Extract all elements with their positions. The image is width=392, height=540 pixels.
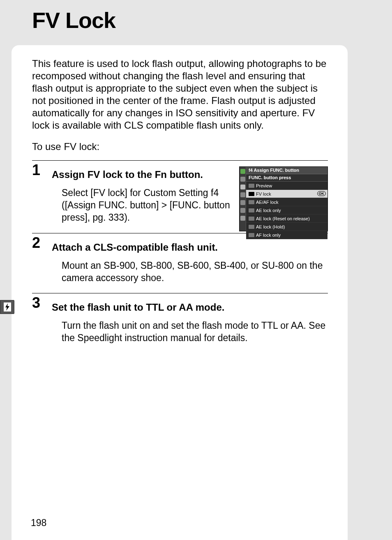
step-body: Select [FV lock] for Custom Setting f4 (… bbox=[62, 187, 230, 224]
flash-icon bbox=[4, 302, 11, 312]
page-title: FV Lock bbox=[32, 7, 115, 33]
retouch-tab-icon bbox=[240, 200, 245, 205]
menu-title-secondary: FUNC. button press bbox=[246, 174, 327, 182]
menu-row-ae-lock-hold: AE lock (Hold) bbox=[246, 223, 327, 231]
help-tab-icon bbox=[240, 216, 245, 221]
step-body: Turn the flash unit on and set the flash… bbox=[62, 320, 327, 344]
title-band: FV Lock bbox=[12, 0, 348, 49]
setup-tab-icon bbox=[240, 192, 245, 197]
ae-lock-only-icon bbox=[249, 208, 254, 212]
lead-line: To use FV lock: bbox=[32, 141, 99, 152]
menu-row-label: AE/AF lock bbox=[256, 200, 278, 205]
mymenu-tab-icon bbox=[240, 208, 245, 213]
ok-badge: OK bbox=[317, 191, 326, 196]
menu-row-label: AE lock (Reset on release) bbox=[256, 216, 310, 221]
menu-row-label: AE lock (Hold) bbox=[256, 224, 285, 229]
menu-row-ae-lock-only: AE lock only bbox=[246, 206, 327, 215]
menu-row-label: Preview bbox=[256, 183, 272, 188]
camera-menu-screenshot: f4 Assign FUNC. button FUNC. button pres… bbox=[239, 166, 328, 231]
menu-row-label: FV lock bbox=[256, 192, 271, 196]
menu-row-ae-lock-reset: AE lock (Reset on release) bbox=[246, 215, 327, 223]
step-number: 1 bbox=[32, 162, 48, 179]
playback-tab-icon bbox=[240, 169, 245, 174]
fn-label: Fn bbox=[155, 169, 167, 180]
page-body: This feature is used to lock flash outpu… bbox=[12, 45, 348, 540]
step-number: 2 bbox=[32, 234, 48, 252]
shooting-tab-icon bbox=[240, 177, 245, 182]
step-3: 3 Set the flash unit to TTL or AA mode. … bbox=[32, 293, 328, 353]
page-number: 198 bbox=[31, 517, 46, 528]
step-body: Mount an SB-900, SB-800, SB-600, SB-400,… bbox=[62, 260, 327, 284]
steps-list: 1 Assign FV lock to the Fn button. Selec… bbox=[32, 160, 328, 353]
fv-lock-icon bbox=[249, 192, 254, 196]
menu-tab-strip bbox=[240, 167, 246, 231]
ae-lock-hold-icon bbox=[249, 225, 254, 229]
ae-lock-reset-icon bbox=[249, 217, 254, 221]
section-tab-flash bbox=[0, 300, 14, 314]
step-1: 1 Assign FV lock to the Fn button. Selec… bbox=[32, 161, 328, 233]
menu-row-ae-af-lock: AE/AF lock bbox=[246, 198, 327, 206]
preview-icon bbox=[249, 184, 254, 188]
step-heading: Attach a CLS-compatible flash unit. bbox=[52, 238, 328, 253]
menu-main: f4 Assign FUNC. button FUNC. button pres… bbox=[246, 167, 327, 231]
menu-row-label: AE lock only bbox=[256, 208, 281, 213]
step-2: 2 Attach a CLS-compatible flash unit. Mo… bbox=[32, 233, 328, 293]
ae-af-lock-icon bbox=[249, 200, 254, 204]
step-heading: Set the flash unit to TTL or AA mode. bbox=[52, 298, 328, 313]
step-heading-post: button. bbox=[167, 169, 203, 180]
step-heading-pre: Assign FV lock to the bbox=[52, 169, 155, 180]
step-number: 3 bbox=[32, 294, 48, 312]
intro-paragraph: This feature is used to lock flash outpu… bbox=[32, 58, 328, 132]
custom-tab-icon bbox=[240, 185, 245, 189]
menu-row-fv-lock: FV lock OK bbox=[246, 190, 327, 198]
menu-title-primary: f4 Assign FUNC. button bbox=[246, 167, 327, 174]
menu-row-preview: Preview bbox=[246, 182, 327, 190]
